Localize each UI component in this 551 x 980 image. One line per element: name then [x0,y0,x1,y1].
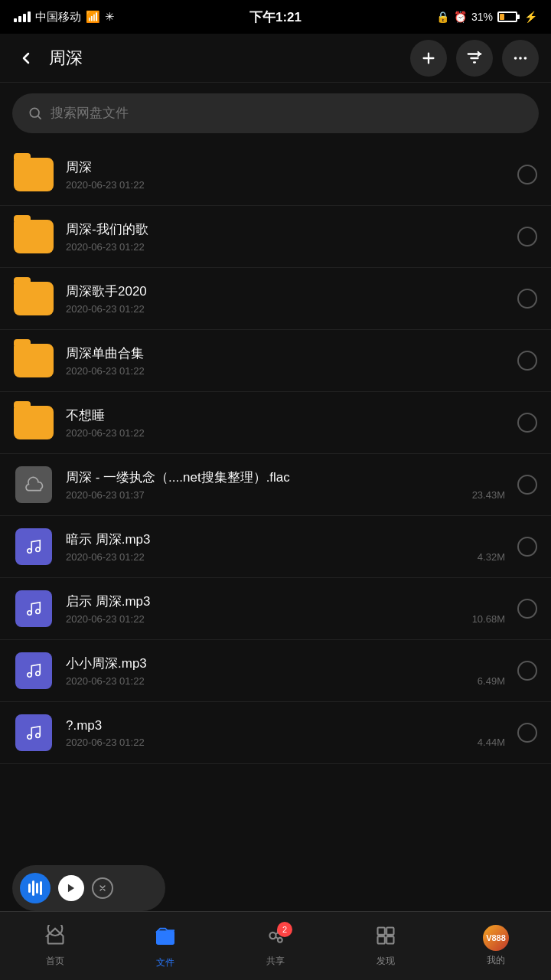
file-list: 周深 2020-06-23 01:22 周深-我们的歌 2020-06-23 0… [0,144,551,764]
mp3-file-icon [14,651,54,691]
battery-label: 31% [471,11,493,23]
list-item[interactable]: 不想睡 2020-06-23 01:22 [0,392,551,454]
more-button[interactable] [502,40,539,77]
list-item[interactable]: 启示 周深.mp3 2020-06-23 01:22 10.68M [0,578,551,640]
wifi-icon: 📶 [86,10,100,24]
mini-player [12,865,165,911]
svg-rect-18 [378,927,385,934]
add-button[interactable] [410,40,447,77]
file-size: 23.43M [472,489,505,501]
mini-close-button[interactable] [92,877,113,899]
file-meta: 2020-06-23 01:37 23.43M [66,489,505,501]
nav-profile[interactable]: V888 我的 [441,925,551,967]
file-meta: 2020-06-23 01:22 [66,365,505,377]
file-select-circle[interactable] [517,537,537,557]
nav-files-label: 文件 [156,956,174,969]
file-date: 2020-06-23 01:22 [66,303,145,315]
back-button[interactable] [12,44,40,72]
nav-profile-label: 我的 [487,954,505,967]
file-info: 周深 - 一缕执念（....net搜集整理）.flac 2020-06-23 0… [66,469,505,501]
search-input[interactable] [51,106,523,121]
folder-icon [14,217,54,256]
file-info: 小小周深.mp3 2020-06-23 01:22 6.49M [66,655,505,687]
file-info: 周深歌手2020 2020-06-23 01:22 [66,283,505,315]
file-meta: 2020-06-23 01:22 6.49M [66,675,505,687]
file-date: 2020-06-23 01:22 [66,675,145,687]
list-item[interactable]: ?.mp3 2020-06-23 01:22 4.44M [0,702,551,764]
nav-home[interactable]: 首页 [0,925,110,968]
folder-icon [14,403,54,443]
file-size: 4.44M [478,737,505,748]
status-bar: 中国移动 📶 ✳ 下午1:21 🔒 ⏰ 31% ⚡ [0,0,551,34]
file-name: 周深 - 一缕执念（....net搜集整理）.flac [66,469,505,486]
search-bar [12,93,539,133]
file-name: 周深 [66,158,505,176]
file-date: 2020-06-23 01:22 [66,365,145,377]
file-name: 周深歌手2020 [66,283,505,300]
nav-files[interactable]: 文件 [110,923,220,969]
battery-icon [497,11,520,22]
bottom-nav: 首页 文件 2 共享 [0,911,551,980]
file-date: 2020-06-23 01:22 [66,241,145,253]
file-date: 2020-06-23 01:22 [66,737,145,748]
list-item[interactable]: 暗示 周深.mp3 2020-06-23 01:22 4.32M [0,516,551,578]
svg-point-8 [28,673,32,678]
file-select-circle[interactable] [517,165,537,185]
file-select-circle[interactable] [517,289,537,309]
nav-share[interactable]: 2 共享 [220,925,331,968]
svg-point-1 [519,57,522,60]
list-item[interactable]: 周深歌手2020 2020-06-23 01:22 [0,268,551,330]
folder-icon [14,341,54,381]
file-date: 2020-06-23 01:22 [66,427,145,439]
file-meta: 2020-06-23 01:22 10.68M [66,613,505,625]
file-info: 周深 2020-06-23 01:22 [66,158,505,191]
list-item[interactable]: 周深单曲合集 2020-06-23 01:22 [0,330,551,392]
list-item[interactable]: 周深 - 一缕执念（....net搜集整理）.flac 2020-06-23 0… [0,454,551,516]
share-badge-container: 2 [265,925,286,952]
file-date: 2020-06-23 01:22 [66,179,145,191]
signal-icon [14,11,31,22]
file-select-circle[interactable] [517,661,537,681]
discover-icon [375,925,396,952]
file-info: 周深-我们的歌 2020-06-23 01:22 [66,220,505,253]
sort-button[interactable] [456,40,493,77]
file-info: 启示 周深.mp3 2020-06-23 01:22 10.68M [66,593,505,625]
svg-point-6 [28,611,32,616]
folder-icon [14,155,54,194]
file-select-circle[interactable] [517,599,537,619]
file-size: 6.49M [478,675,505,687]
files-icon [153,923,178,953]
cloud-file-icon [14,465,54,505]
svg-rect-14 [156,930,174,945]
mini-play-button[interactable] [58,875,84,901]
home-icon [44,925,66,952]
file-select-circle[interactable] [517,475,537,495]
file-meta: 2020-06-23 01:22 [66,241,505,253]
nav-discover[interactable]: 发现 [331,925,441,968]
status-time: 下午1:21 [249,8,302,26]
mp3-file-icon [14,527,54,567]
list-item[interactable]: 周深-我们的歌 2020-06-23 01:22 [0,206,551,268]
file-size: 10.68M [472,613,505,625]
file-select-circle[interactable] [517,413,537,433]
file-select-circle[interactable] [517,723,537,743]
mp3-file-icon [14,589,54,629]
list-item[interactable]: 小小周深.mp3 2020-06-23 01:22 6.49M [0,640,551,702]
file-info: 不想睡 2020-06-23 01:22 [66,407,505,439]
list-item[interactable]: 周深 2020-06-23 01:22 [0,144,551,206]
file-date: 2020-06-23 01:22 [66,551,145,563]
charge-icon: ⚡ [524,11,537,23]
file-select-circle[interactable] [517,227,537,247]
svg-point-15 [269,932,276,938]
file-meta: 2020-06-23 01:22 4.44M [66,737,505,748]
file-select-circle[interactable] [517,351,537,371]
extra-icon: ✳ [105,10,115,24]
file-date: 2020-06-23 01:37 [66,489,145,501]
file-meta: 2020-06-23 01:22 [66,427,505,439]
header: 周深 [0,34,551,83]
file-name: 暗示 周深.mp3 [66,531,505,548]
search-icon [28,106,43,121]
svg-point-13 [48,925,63,936]
svg-marker-12 [68,884,74,893]
svg-point-0 [514,57,517,60]
